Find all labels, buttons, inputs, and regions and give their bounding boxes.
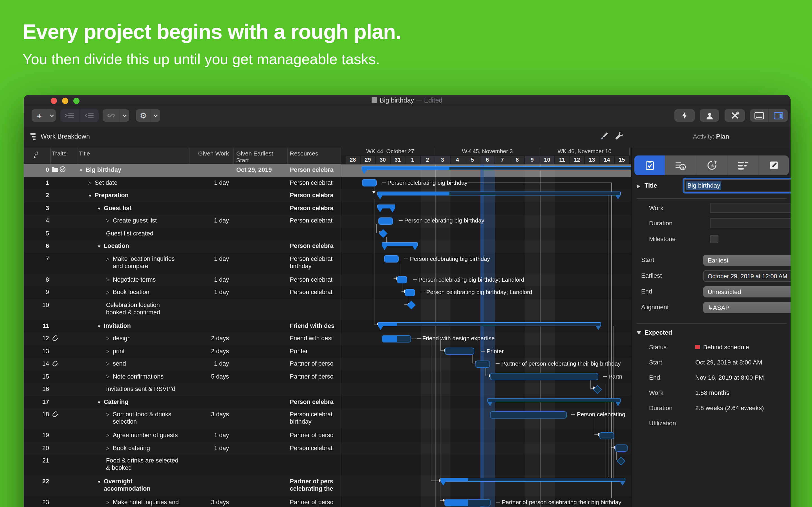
table-row[interactable]: 12▷design2 daysFriend with desi [24, 332, 341, 346]
day-header-cell[interactable]: 15 [615, 156, 629, 164]
day-header-cell[interactable]: 14 [600, 156, 615, 164]
table-row[interactable]: 0▼Big birthdayOct 29, 2019Person celebra [24, 164, 341, 177]
collapse-triangle-icon[interactable]: ▼ [97, 400, 101, 405]
collapse-triangle-icon[interactable]: ▼ [97, 244, 101, 249]
task-bar[interactable] [397, 276, 407, 283]
date-field-earliest[interactable]: October 29, 2019 at 12:00 AM [703, 270, 791, 282]
gantt-week-header[interactable]: WK 44, October 27WK 45, November 3WK 46,… [341, 148, 631, 156]
settings-button[interactable]: ⚙ [136, 109, 160, 122]
task-bar[interactable] [490, 373, 598, 380]
task-title[interactable]: Guest list created [106, 230, 193, 237]
task-title[interactable]: Big birthday [86, 166, 200, 174]
table-row[interactable]: 19▷Agree number of guests1 dayPartner of… [24, 429, 341, 443]
day-header-cell[interactable]: 30 [375, 156, 391, 164]
table-row[interactable]: 11▼InvitationFriend with des [24, 320, 341, 333]
day-header-cell[interactable]: 28 [346, 156, 361, 164]
work-input[interactable] [710, 203, 791, 213]
tab-edit[interactable] [758, 156, 789, 175]
link-chevron-icon[interactable] [120, 109, 129, 122]
task-title[interactable]: Sort out food & drinksselection [113, 411, 200, 426]
expand-triangle-icon[interactable]: ▷ [106, 277, 109, 282]
collapse-triangle-icon[interactable]: ▼ [97, 480, 101, 485]
task-title[interactable]: Create guest list [113, 217, 200, 224]
day-header-cell[interactable]: 6 [480, 156, 495, 164]
task-title[interactable]: Location [104, 242, 200, 250]
task-title[interactable]: Food & drinks are selected& booked [106, 457, 193, 472]
table-row[interactable]: 9▷Book location1 dayPerson celebrat [24, 286, 341, 299]
summary-bar[interactable] [378, 322, 601, 326]
tools-button[interactable] [725, 109, 745, 122]
expand-triangle-icon[interactable]: ▷ [106, 256, 109, 261]
task-title[interactable]: Guest list [104, 204, 200, 212]
task-bar[interactable] [382, 335, 411, 342]
table-row[interactable]: 22▼OvernightaccommodationPartner of pers… [24, 475, 341, 497]
day-header-cell[interactable]: 7 [495, 156, 510, 164]
tab-structure[interactable] [727, 156, 758, 175]
summary-bar[interactable] [361, 166, 631, 170]
view-bottom-toggle[interactable] [750, 109, 769, 122]
task-title[interactable]: Invitations sent & RSVP’d [106, 385, 193, 393]
expand-triangle-icon[interactable]: ▷ [106, 374, 109, 379]
day-header-cell[interactable]: 13 [585, 156, 600, 164]
table-row[interactable]: 13▷print2 daysPrinter [24, 345, 341, 358]
task-title[interactable]: Celebration locationbooked & confirmed [106, 301, 193, 316]
header-given-earliest-start[interactable]: Given EarliestStart [236, 150, 273, 163]
expand-triangle-icon[interactable]: ▷ [106, 433, 109, 438]
table-row[interactable]: 7▷Make location inquiriesand compare1 da… [24, 252, 341, 274]
window-titlebar[interactable]: Big birthday — Edited [24, 95, 791, 106]
expand-triangle-icon[interactable]: ▷ [106, 290, 109, 295]
expand-triangle-icon[interactable]: ▷ [106, 218, 109, 223]
task-title[interactable]: Catering [104, 398, 200, 406]
table-row[interactable]: 2▼PreparationPerson celebra [24, 189, 341, 203]
table-row[interactable]: 3▼Guest listPerson celebra [24, 202, 341, 215]
summary-bar[interactable] [487, 398, 621, 402]
task-title[interactable]: Preparation [95, 191, 200, 199]
indent-icon[interactable] [60, 109, 80, 122]
day-header-cell[interactable]: 9 [525, 156, 540, 164]
table-row[interactable]: 21Food & drinks are selected& booked [24, 455, 341, 476]
collapse-triangle-icon[interactable]: ▼ [88, 193, 92, 198]
task-title[interactable]: Make location inquiriesand compare [113, 255, 200, 270]
settings-wrench-icon[interactable] [615, 131, 624, 140]
table-row[interactable]: 18▷Sort out food & drinksselection3 days… [24, 408, 341, 430]
task-title[interactable]: Invitation [104, 322, 200, 330]
task-title[interactable]: Negotiate terms [113, 276, 200, 283]
task-title[interactable]: Overnightaccommodation [104, 478, 200, 493]
expand-triangle-icon[interactable]: ▷ [106, 336, 109, 341]
table-row[interactable]: 4▷Create guest list1 dayPerson celebrat [24, 215, 341, 228]
task-bar[interactable] [362, 179, 377, 186]
task-bar[interactable] [599, 432, 614, 439]
table-row[interactable]: 17▼CateringPerson celebra [24, 396, 341, 409]
expand-triangle-icon[interactable]: ▷ [106, 412, 109, 417]
day-header-cell[interactable]: 12 [570, 156, 585, 164]
table-row[interactable]: 5Guest list created [24, 227, 341, 240]
collapse-triangle-icon[interactable]: ▼ [97, 324, 101, 329]
expected-disclosure-icon[interactable] [637, 331, 641, 335]
task-bar[interactable] [475, 360, 490, 368]
link-button[interactable] [103, 109, 129, 122]
task-bar[interactable] [490, 411, 567, 418]
header-resources[interactable]: Resources [290, 150, 318, 157]
week-header-cell[interactable]: WK 46, November 10 [540, 148, 629, 156]
tab-utilization[interactable]: % [696, 156, 727, 175]
day-header-cell[interactable]: 3 [435, 156, 450, 164]
week-header-cell[interactable]: WK 45, November 3 [435, 148, 540, 156]
task-bar[interactable] [405, 289, 415, 296]
task-title[interactable]: Make hotel inquiries andcompare [113, 499, 200, 507]
duration-input[interactable] [710, 218, 791, 228]
collapse-triangle-icon[interactable]: ▼ [97, 206, 101, 211]
gantt-day-header[interactable]: 28293031123456789101112131415 [341, 156, 631, 165]
task-title[interactable]: send [113, 360, 200, 368]
add-task-button[interactable]: + [32, 109, 56, 122]
add-chevron-icon[interactable] [47, 109, 56, 122]
table-row[interactable]: 8▷Negotiate terms1 dayPerson celebrat [24, 274, 341, 287]
tab-info[interactable] [635, 156, 665, 175]
day-header-cell[interactable]: 2 [420, 156, 435, 164]
expand-triangle-icon[interactable]: ▷ [106, 348, 109, 353]
summary-bar[interactable] [377, 191, 621, 195]
expand-triangle-icon[interactable]: ▷ [88, 180, 91, 185]
milestone-checkbox[interactable] [710, 235, 718, 243]
task-title[interactable]: Book location [113, 288, 200, 296]
table-row[interactable]: 15▷Note confirmations5 daysPartner of pe… [24, 371, 341, 384]
sort-ascending-icon[interactable]: ▲ [33, 155, 37, 159]
